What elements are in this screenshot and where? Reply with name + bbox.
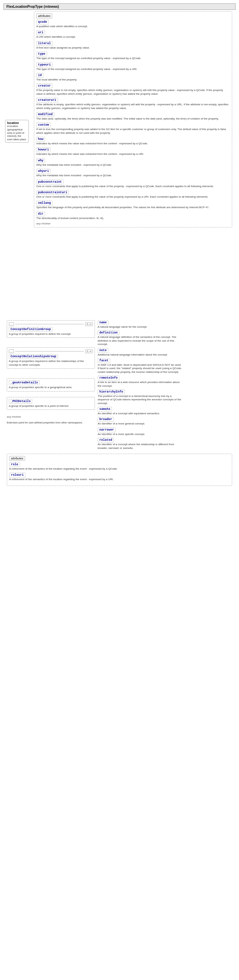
attr-desc: If the attribute is empty, specifies whi…: [36, 103, 230, 110]
bottom-attrs-title: attributes: [9, 456, 25, 461]
prop-item-hierarchyInfo: hierarchyInfo The position of a concept …: [98, 390, 182, 405]
bottom-attr-name: role: [9, 462, 20, 467]
crg-line: [15, 351, 84, 352]
concept-definition-group-desc: A group of properties required to define…: [9, 332, 93, 336]
diagram-container: FlexLocationPropType (rntnews) location …: [0, 0, 239, 980]
attr-desc: Indicates by which means the value was e…: [36, 142, 230, 145]
header-bar: FlexLocationPropType (rntnews): [3, 3, 236, 10]
attr-desc: The type of the concept assigned as cont…: [36, 57, 230, 60]
prop-item-narrower: narrower An identifier of a more specifi…: [98, 428, 182, 436]
attr-item-creator: creator If the property value is not emp…: [36, 84, 230, 96]
prop-desc: An identifier of a more specific concept…: [98, 433, 182, 436]
crg-mult-right: 0..∞: [85, 349, 93, 353]
attr-item-uri: uri A URI which identifies a concept.: [36, 30, 230, 39]
prop-item-broader: broader An identifier of a more general …: [98, 417, 182, 425]
location-desc: A location (geographical area or point o…: [7, 125, 27, 141]
attr-item-creatoruri: creatoruri If the attribute is empty, sp…: [36, 98, 230, 110]
geo-area-details-box: _geoAreaDetails A group of properties sp…: [7, 378, 95, 391]
attr-name: whyuri: [36, 169, 51, 173]
attr-item-pubconstrainturi: pubconstrainturi One or more constraints…: [36, 190, 230, 199]
attr-name: howuri: [36, 147, 51, 152]
attr-name: type: [36, 52, 47, 56]
right-prop-list: name A natural language name for the con…: [98, 320, 182, 452]
bottom-attr-desc: A refinement of the semantics of the loc…: [9, 478, 230, 481]
prop-name: hierarchyInfo: [98, 390, 125, 394]
attr-desc: Specifies the language of this property …: [36, 206, 230, 209]
location-label: location: [7, 121, 27, 125]
prop-name: sameAs: [98, 407, 112, 412]
prop-desc: Additional natural language information …: [98, 353, 182, 356]
prop-desc: A natural language definition of the sem…: [98, 336, 182, 346]
attr-name: id: [36, 73, 43, 78]
prop-item-facet: facet In NAR 1.8 and later, facet is dep…: [98, 358, 182, 374]
attr-desc: The local identifier of the property.: [36, 78, 230, 81]
attr-desc: The directionality of textual content (e…: [36, 216, 230, 220]
attr-name: dir: [36, 212, 45, 216]
concept-relationships-group-desc: A group of properties required to define…: [9, 360, 93, 367]
prop-desc: The position of a concept in a hierarchi…: [98, 395, 182, 405]
attr-item-literal: literal A free-text value assigned as pr…: [36, 41, 230, 49]
attr-name: uri: [36, 30, 45, 35]
attributes-title: attributes: [36, 14, 52, 18]
bottom-attr-list: role A refinement of the semantics of th…: [9, 462, 230, 482]
bottom-attrs-panel: attributes role A refinement of the sema…: [7, 453, 232, 486]
attr-item-how: how Indicates by which means the value w…: [36, 137, 230, 145]
prop-name: narrower: [98, 428, 116, 432]
attr-item-qcode: qcode A qualified code which identifies …: [36, 20, 230, 28]
prop-name: definition: [98, 330, 119, 335]
prop-name: broader: [98, 417, 114, 422]
attr-name: xmllang: [36, 201, 52, 205]
attr-name: creator: [36, 84, 52, 88]
attr-name: pubconstraint: [36, 180, 63, 185]
right-props: name A natural language name for the con…: [98, 320, 182, 452]
attr-desc: If set to true the corresponding propert…: [36, 128, 230, 135]
prop-item-sameAs: sameAs An identifier of a concept with e…: [98, 407, 182, 415]
attr-name: pubconstrainturi: [36, 190, 69, 195]
attr-item-why: why Why the metadata has been included -…: [36, 158, 230, 167]
attr-desc: One or more constraints that apply to pu…: [36, 195, 230, 199]
attr-desc: A free-text value assigned as property v…: [36, 46, 230, 49]
attr-name: how: [36, 137, 45, 142]
main-content: ... 0..∞ ConceptDefinitionGroup A group …: [7, 320, 232, 452]
geo-area-desc: A group of properties specific to a geog…: [9, 386, 93, 389]
header-title: FlexLocationPropType (rntnews): [6, 5, 59, 8]
attr-item-whyuri: whyuri Why the metadata has been include…: [36, 169, 230, 177]
attr-item-id: id The local identifier of the property.: [36, 73, 230, 81]
bottom-attr-desc: A refinement of the semantics of the loc…: [9, 467, 230, 471]
attr-desc: Why the metadata has been included - exp…: [36, 174, 230, 177]
prop-name: related: [98, 438, 114, 442]
cdf-mult-right: 0..∞: [85, 322, 93, 326]
attr-name: why: [36, 158, 45, 163]
attr-desc: A qualified code which identifies a conc…: [36, 25, 230, 28]
location-box: location A location (geographical area o…: [5, 120, 29, 143]
any-other-desc: Extension point for user-defined propert…: [7, 421, 95, 425]
concept-relationships-group-label: ConceptRelationshipsGroup: [9, 354, 58, 359]
prop-desc: An identifier of a more general concept.: [98, 422, 182, 425]
prop-item-note: note Additional natural language informa…: [98, 348, 182, 356]
geo-area-label: _geoAreaDetails: [9, 380, 40, 385]
prop-name: note: [98, 348, 109, 353]
prop-item-related: related An identifier of a concept where…: [98, 438, 182, 450]
prop-name: name: [98, 320, 109, 325]
attr-desc: Indicates by which means the value was e…: [36, 153, 230, 156]
concept-relationships-group-box: ... 0..∞ ConceptRelationshipsGroup A gro…: [7, 347, 95, 369]
attributes-panel: attributes qcode A qualified code which …: [34, 11, 232, 228]
attr-desc: The date (and, optionally, the time) whe…: [36, 117, 230, 121]
prop-item-name: name A natural language name for the con…: [98, 320, 182, 329]
bottom-attr-item-role: role A refinement of the semantics of th…: [9, 462, 230, 471]
attr-item-type: type The type of the concept assigned as…: [36, 52, 230, 60]
poi-label: _POIDetails: [9, 399, 32, 404]
prop-name: facet: [98, 358, 110, 363]
cdf-mult-left: ...: [9, 322, 14, 326]
bottom-attr-name: roleuri: [9, 473, 25, 477]
prop-desc: In NAR 1.8 and later, facet is deprecate…: [98, 363, 182, 374]
prop-item-remoteInfo: remoteInfo A link to an item at a web re…: [98, 375, 182, 388]
attr-item-howuri: howuri Indicates by which means the valu…: [36, 147, 230, 156]
crg-mult-left: ...: [9, 349, 14, 353]
attr-name: typeuri: [36, 62, 52, 67]
concept-definition-group-box: ... 0..∞ ConceptDefinitionGroup A group …: [7, 320, 95, 338]
poi-details-box: _POIDetails A group of properties specif…: [7, 397, 95, 410]
prop-desc: An identifier of a concept with equivale…: [98, 412, 182, 415]
attr-desc: Why the metadata has been included - exp…: [36, 163, 230, 167]
center-groups: ... 0..∞ ConceptDefinitionGroup A group …: [7, 320, 95, 452]
